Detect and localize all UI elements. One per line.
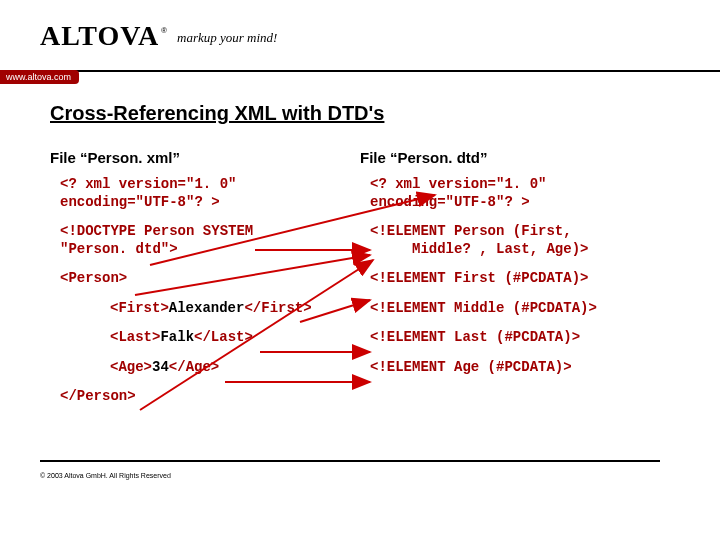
brand-tagline: markup your mind! [177, 30, 277, 46]
last-element: <Last>Falk</Last> [50, 329, 360, 347]
person-open-tag: <Person> [50, 270, 360, 288]
code-text: <!DOCTYPE Person SYSTEM [60, 223, 253, 239]
dtd-file-label: File “Person. dtd” [360, 149, 670, 166]
two-column-layout: File “Person. xml” <? xml version="1. 0"… [50, 149, 670, 418]
slide-body: Cross-Referencing XML with DTD's File “P… [0, 72, 720, 418]
code-text: <!ELEMENT Last (#PCDATA)> [370, 329, 580, 345]
code-text: <!ELEMENT First (#PCDATA)> [370, 270, 588, 286]
dtd-column: File “Person. dtd” <? xml version="1. 0"… [360, 149, 670, 418]
slide-header: ALTOVA ® markup your mind! [0, 0, 720, 72]
code-text: <!ELEMENT Person (First, [370, 223, 572, 239]
registered-mark: ® [161, 26, 167, 35]
code-text: Middle? , Last, Age)> [412, 241, 588, 257]
code-text: <? xml version="1. 0" [370, 176, 546, 192]
first-element: <First>Alexander</First> [50, 300, 360, 318]
code-text: </Person> [60, 388, 136, 404]
code-text: encoding="UTF-8"? > [370, 194, 530, 210]
element-middle-decl: <!ELEMENT Middle (#PCDATA)> [360, 300, 670, 318]
xml-file-label: File “Person. xml” [50, 149, 360, 166]
brand-logo: ALTOVA ® markup your mind! [40, 20, 277, 52]
element-age-decl: <!ELEMENT Age (#PCDATA)> [360, 359, 670, 377]
age-element: <Age>34</Age> [50, 359, 360, 377]
code-text: <? xml version="1. 0" [60, 176, 236, 192]
code-text: <!ELEMENT Age (#PCDATA)> [370, 359, 572, 375]
footer-divider [40, 460, 660, 462]
xml-column: File “Person. xml” <? xml version="1. 0"… [50, 149, 360, 418]
person-close-tag: </Person> [50, 388, 360, 406]
code-text: <Person> [60, 270, 127, 286]
code-text: "Person. dtd"> [60, 241, 178, 257]
code-value: Alexander [169, 300, 245, 316]
code-text: </Age> [169, 359, 219, 375]
code-text: <First> [110, 300, 169, 316]
element-person-decl: <!ELEMENT Person (First, Middle? , Last,… [360, 223, 670, 258]
code-text: <Last> [110, 329, 160, 345]
element-last-decl: <!ELEMENT Last (#PCDATA)> [360, 329, 670, 347]
code-text: <Age> [110, 359, 152, 375]
brand-name: ALTOVA [40, 20, 159, 52]
code-value: Falk [160, 329, 194, 345]
element-first-decl: <!ELEMENT First (#PCDATA)> [360, 270, 670, 288]
doctype-decl: <!DOCTYPE Person SYSTEM "Person. dtd"> [50, 223, 360, 258]
code-text: </First> [244, 300, 311, 316]
code-text: <!ELEMENT Middle (#PCDATA)> [370, 300, 597, 316]
code-text: </Last> [194, 329, 253, 345]
code-text: encoding="UTF-8"? > [60, 194, 220, 210]
slide-title: Cross-Referencing XML with DTD's [50, 102, 670, 125]
code-value: 34 [152, 359, 169, 375]
copyright: © 2003 Altova GmbH. All Rights Reserved [40, 472, 171, 479]
dtd-prolog: <? xml version="1. 0" encoding="UTF-8"? … [360, 176, 670, 211]
xml-prolog: <? xml version="1. 0" encoding="UTF-8"? … [50, 176, 360, 211]
